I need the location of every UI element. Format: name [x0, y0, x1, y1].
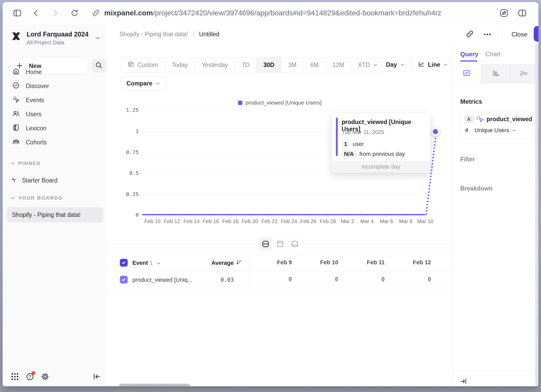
date-range-control: Custom Today Yesterday 7D 30D 3M 6M 12M …	[120, 57, 385, 72]
x-tickmark	[328, 215, 328, 217]
compass-icon	[12, 81, 20, 91]
legend-label: product_viewed [Unique Users]	[245, 100, 322, 106]
table-only-view-button[interactable]	[288, 238, 301, 250]
breadcrumb-page[interactable]: Untitled	[199, 31, 219, 38]
browser-window: mixpanel.com/project/3472420/view/397469…	[3, 2, 538, 386]
sidebar-item-cohorts[interactable]: Cohorts	[3, 135, 107, 149]
chevron-down-icon	[512, 128, 516, 133]
row-checkbox[interactable]	[120, 276, 128, 284]
metric-card[interactable]: A product_viewed # Unique Users	[460, 111, 534, 139]
calendar-icon	[127, 61, 134, 69]
range-6m[interactable]: 6M	[304, 58, 326, 72]
date-column-header[interactable]: Feb 9	[250, 259, 292, 266]
tooltip-unit: user	[353, 141, 364, 148]
x-tickmark	[289, 215, 289, 217]
range-3m[interactable]: 3M	[281, 58, 304, 72]
save-button-cutoff[interactable]	[534, 26, 538, 42]
tooltip-value-row: 1 user	[342, 140, 364, 148]
range-30d-active[interactable]: 30D	[256, 58, 281, 72]
apps-grid-icon[interactable]	[10, 372, 19, 381]
browser-split-view-icon[interactable]	[517, 8, 527, 18]
breadcrumb-board[interactable]: Shopify - Piping that data!	[119, 31, 188, 38]
split-view-button[interactable]	[259, 238, 272, 250]
back-icon[interactable]	[31, 8, 41, 18]
filter-heading[interactable]: Filter	[460, 156, 475, 163]
chevron-down-icon	[10, 161, 15, 166]
sidebar-item-lexicon[interactable]: Lexicon	[3, 121, 107, 135]
close-button[interactable]: Close	[512, 31, 527, 38]
chevron-down-icon	[156, 261, 161, 266]
reload-icon[interactable]	[69, 8, 80, 18]
sidebar-item-label: Events	[26, 97, 44, 104]
tab-query[interactable]: Query	[460, 51, 478, 58]
panel-scrollbar[interactable]	[535, 44, 538, 386]
compare-dropdown[interactable]: Compare	[120, 76, 166, 90]
forward-icon[interactable]	[50, 8, 60, 18]
y-tick-label: 0.25	[110, 191, 139, 197]
date-column-header[interactable]: Feb 12	[389, 259, 431, 266]
sort-icon[interactable]	[236, 259, 242, 267]
sidebar-item-starter-board[interactable]: Starter Board	[3, 173, 107, 187]
metric-badge: A	[464, 115, 474, 123]
average-column-header[interactable]: Average	[191, 260, 234, 266]
range-label: Custom	[137, 62, 158, 69]
horizontal-scrollbar-thumb[interactable]	[119, 384, 190, 386]
gridline	[142, 173, 435, 173]
chevron-down-icon	[400, 62, 405, 67]
range-today[interactable]: Today	[165, 58, 195, 72]
sidebar-item-events[interactable]: Events	[3, 93, 107, 107]
tooltip-delta: N/A	[342, 150, 356, 158]
browser-extensions-icon[interactable]	[499, 8, 509, 18]
chart-only-view-button[interactable]	[274, 238, 286, 250]
date-column-header[interactable]: Feb 10	[297, 259, 338, 266]
table-cell-value: 0	[343, 276, 385, 283]
address-bar[interactable]: mixpanel.com/project/3472420/view/397469…	[104, 9, 441, 17]
range-12m[interactable]: 12M	[326, 58, 351, 72]
granularity-dropdown[interactable]: Day	[380, 58, 411, 72]
select-all-checkbox[interactable]	[120, 259, 128, 267]
metric-aggregation-dropdown[interactable]: Unique Users	[475, 127, 516, 134]
funnels-tab[interactable]	[481, 64, 510, 83]
sidebar-item-discover[interactable]: Discover	[3, 79, 107, 93]
chart-type-dropdown[interactable]: Line	[412, 58, 452, 72]
range-xtd[interactable]: XTD	[351, 58, 384, 72]
collapse-sidebar-icon[interactable]	[92, 372, 101, 381]
x-tickmark	[191, 215, 192, 217]
data-point-marker[interactable]	[431, 127, 440, 136]
range-yesterday[interactable]: Yesterday	[195, 58, 235, 72]
breadcrumb-separator: /	[193, 31, 194, 38]
chart-tooltip: product_viewed [Unique Users] Tue Mar 11…	[331, 113, 431, 173]
date-column-header[interactable]: Feb 11	[343, 259, 385, 266]
sidebar-item-users[interactable]: Users	[3, 107, 107, 121]
sidebar-item-label: Cohorts	[26, 139, 47, 146]
x-tickmark	[250, 215, 250, 217]
flows-tab[interactable]	[510, 64, 538, 83]
sidebar-item-board-selected[interactable]: Shopify - Piping that data!	[7, 207, 103, 222]
project-switcher-chevron-icon[interactable]	[95, 35, 101, 41]
breakdown-heading[interactable]: Breakdown	[460, 185, 493, 192]
sidebar-item-label: Starter Board	[22, 177, 58, 184]
help-icon[interactable]: ?	[26, 372, 34, 381]
pinned-section-header[interactable]: PINNED	[10, 161, 41, 166]
chart-legend[interactable]: product_viewed [Unique Users]	[107, 100, 452, 106]
browser-sidebar-toggle-icon[interactable]	[12, 8, 22, 18]
settings-gear-icon[interactable]	[41, 372, 50, 381]
more-menu-icon[interactable]: •••	[484, 31, 491, 38]
y-tick-label: 0	[110, 212, 139, 218]
your-boards-section-header[interactable]: YOUR BOARDS	[10, 195, 63, 201]
board-item-label: Shopify - Piping that data!	[12, 211, 81, 218]
event-column-header[interactable]: Event 1	[132, 260, 161, 266]
range-label: 3M	[288, 62, 297, 69]
insights-tab[interactable]	[452, 64, 481, 83]
tab-chart[interactable]: Chart	[485, 51, 501, 58]
range-7d[interactable]: 7D	[235, 58, 256, 72]
sidebar-item-home[interactable]: Home	[3, 65, 107, 79]
range-custom[interactable]: Custom	[121, 58, 165, 72]
granularity-label: Day	[386, 61, 397, 68]
metric-event-name[interactable]: product_viewed	[487, 116, 532, 123]
copy-link-icon[interactable]	[466, 30, 474, 39]
project-name[interactable]: Lord Farquaad 2024	[27, 30, 89, 38]
expand-panel-icon[interactable]	[460, 377, 468, 386]
event-count: 1	[150, 260, 153, 266]
chevron-down-icon	[156, 81, 160, 86]
